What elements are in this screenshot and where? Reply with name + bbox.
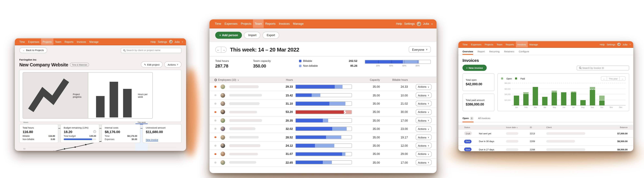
search-icon (579, 67, 581, 69)
subtab-overview[interactable]: Overview (462, 48, 473, 55)
hours-value: 31.07 (276, 153, 293, 155)
search-input[interactable] (126, 49, 179, 52)
nav-item-time[interactable]: Time (213, 19, 223, 28)
subtab-recurring[interactable]: Recurring (489, 48, 500, 55)
help-link[interactable]: Help (396, 22, 402, 26)
user-name[interactable]: Julia (622, 43, 628, 46)
help-link[interactable]: Help (150, 40, 156, 43)
tab-open-invoices[interactable]: Open 8 (462, 117, 473, 122)
user-avatar[interactable] (618, 43, 620, 46)
next-year-button[interactable]: → (619, 76, 625, 80)
user-avatar[interactable] (169, 40, 172, 43)
team-capacity-value: 350.00 (253, 63, 299, 68)
tab-all-invoices[interactable]: All invoices (478, 117, 490, 122)
employee-avatar (220, 152, 225, 156)
nav-item-manage[interactable]: Manage (88, 38, 100, 45)
subtab-configure[interactable]: Configure (519, 48, 529, 55)
team-row: 31.10 35.00 21.02 Actions ∨ (210, 100, 437, 108)
arrow-left-icon: ← (22, 49, 25, 52)
project-toolbar: ← Back to Projects (15, 45, 186, 55)
employee-avatar (220, 135, 225, 140)
stat-total-paid: Total paid amount $386,000.00 (462, 94, 494, 111)
help-icon[interactable]: ? (93, 130, 96, 133)
nav-item-manage[interactable]: Manage (528, 41, 540, 47)
row-actions-dropdown[interactable]: Actions ∨ (416, 109, 432, 115)
settings-link[interactable]: Settings (404, 22, 415, 26)
employee-name-placeholder (229, 144, 260, 147)
chevron-down-icon: ∨ (630, 43, 631, 45)
row-actions-dropdown[interactable]: Actions ∨ (416, 134, 432, 140)
account-area: Help Settings Julia ∨ (600, 41, 631, 47)
sort-issue-date[interactable]: Issue date ∧ (506, 126, 528, 128)
edit-project-button[interactable]: ✎ Edit project (141, 61, 163, 67)
invoice-row[interactable]: Sent Due in 30 days 2209 $8,500.00 (458, 138, 633, 146)
nav-item-expenses[interactable]: Expenses (223, 19, 239, 28)
invoice-list-tabs: Open 8 All invoices (458, 114, 633, 122)
team-capacity-bar: 20%40%60%80% (365, 59, 431, 64)
import-button[interactable]: Import (244, 32, 261, 39)
back-to-projects-button[interactable]: ← Back to Projects (19, 47, 47, 53)
invoice-bar-may (552, 91, 557, 106)
nav-item-team[interactable]: Team (54, 38, 63, 45)
nav-item-team[interactable]: Team (253, 19, 264, 28)
nav-item-invoices[interactable]: Invoices (75, 38, 88, 45)
billable-hours-value: 21.02 (382, 102, 408, 105)
nav-item-reports[interactable]: Reports (504, 41, 516, 47)
settings-link[interactable]: Settings (158, 40, 167, 43)
new-invoice-button[interactable]: + New invoice (462, 65, 486, 71)
row-actions-dropdown[interactable]: Actions ∨ (416, 151, 432, 157)
nav-item-team[interactable]: Team (495, 41, 504, 47)
nav-item-projects[interactable]: Projects (239, 19, 253, 28)
invoice-row[interactable]: Sent Due in 27 days 2208 $8,500.00 (458, 146, 633, 151)
nav-item-projects[interactable]: Projects (483, 41, 495, 47)
employees-sort-dropdown[interactable]: Employees (10) ∨ (214, 78, 274, 81)
team-table-header: Employees (10) ∨ Hours Capacity Billable… (210, 76, 437, 83)
previous-year-button[interactable]: ← (601, 76, 607, 80)
row-actions-dropdown[interactable]: Actions ∨ (416, 160, 432, 165)
row-actions-dropdown[interactable]: Actions ∨ (416, 126, 432, 132)
user-name[interactable]: Julia (174, 40, 180, 43)
team-row: 20.35 35.00 17.00 Actions ∨ (210, 117, 437, 125)
subtab-retainers[interactable]: Retainers (504, 48, 514, 55)
nav-item-expenses[interactable]: Expenses (26, 38, 41, 45)
user-name[interactable]: Julia (423, 22, 429, 26)
row-actions-dropdown[interactable]: Actions ∨ (416, 143, 432, 149)
hours-value: 15.42 (276, 94, 293, 97)
nonbillable-legend-swatch (299, 64, 302, 67)
row-actions-dropdown[interactable]: Actions ∨ (416, 118, 432, 123)
search-input[interactable] (582, 66, 627, 69)
nav-item-reports[interactable]: Reports (264, 19, 277, 28)
nav-item-invoices[interactable]: Invoices (277, 19, 292, 28)
plus-icon: + (219, 34, 221, 37)
row-actions-dropdown[interactable]: Actions ∨ (416, 84, 432, 90)
invoice-row[interactable]: Draft Not sent yet 2213 $7,000.00 (458, 130, 633, 138)
invoices-bar-chart: $20,000$40,000$60,000$80,000 (512, 83, 626, 106)
row-actions-dropdown[interactable]: Actions ∨ (416, 93, 432, 98)
hours-value: 24.12 (276, 144, 293, 147)
nav-item-projects[interactable]: Projects (41, 38, 53, 45)
user-avatar[interactable] (417, 22, 421, 26)
active-status-dot (214, 86, 216, 88)
settings-link[interactable]: Settings (607, 43, 615, 46)
billable-hours-value: 29.00 (382, 153, 408, 155)
previous-week-button[interactable]: ← (216, 47, 221, 52)
export-button[interactable]: Export (262, 32, 279, 39)
help-link[interactable]: Help (600, 43, 604, 46)
new-invoice-link[interactable]: New invoice (146, 138, 158, 141)
nav-item-reports[interactable]: Reports (63, 38, 75, 45)
tab-hours-per-week[interactable]: Hours per week (88, 72, 152, 118)
everyone-filter-dropdown[interactable]: Everyone ∨ (409, 46, 431, 53)
tab-project-progress[interactable]: Project progress (23, 72, 88, 118)
nav-item-manage[interactable]: Manage (292, 19, 306, 28)
nav-item-expenses[interactable]: Expenses (469, 41, 483, 47)
subtab-report[interactable]: Report (478, 48, 484, 55)
add-person-button[interactable]: + Add person (215, 32, 242, 39)
actions-dropdown[interactable]: Actions ∨ (164, 61, 182, 67)
next-week-button[interactable]: → (221, 47, 226, 52)
invoice-table-body: Draft Not sent yet 2213 $7,000.00 Sent D… (458, 130, 633, 151)
nav-item-invoices[interactable]: Invoices (516, 41, 528, 47)
nav-item-time[interactable]: Time (461, 41, 469, 47)
nav-item-time[interactable]: Time (18, 38, 26, 45)
row-actions-dropdown[interactable]: Actions ∨ (416, 101, 432, 107)
plus-icon: + (466, 66, 468, 69)
